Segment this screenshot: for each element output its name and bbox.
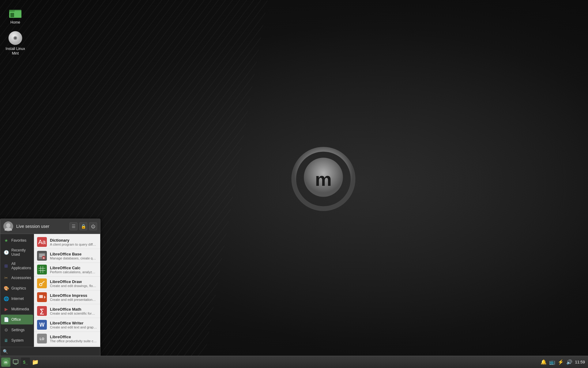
svg-point-11	[6, 223, 10, 228]
home-folder-icon	[8, 4, 23, 19]
svg-rect-6	[10, 13, 14, 17]
sidebar-item-all-applications[interactable]: ⊞ All Applications	[1, 259, 33, 272]
svg-text:LO: LO	[40, 337, 44, 341]
sidebar-item-system[interactable]: 🖥 System	[1, 335, 33, 345]
install-icon-label: Install Linux Mint	[6, 47, 25, 56]
sidebar-item-favorites[interactable]: ★ Favorites	[1, 236, 33, 245]
dictionary-icon: Aa	[37, 237, 47, 247]
libreoffice-math-icon: ∑	[37, 306, 47, 316]
app-libreoffice-base[interactable]: B LibreOffice Base Manage databases, cre…	[34, 249, 100, 263]
recently-used-icon: 🕐	[3, 250, 9, 255]
taskbar-left: m $_ 📁	[0, 358, 41, 367]
libreoffice-writer-info: LibreOffice Writer Create and edit text …	[50, 321, 97, 329]
libreoffice-calc-icon	[37, 265, 47, 274]
menu-content: Aa Dictionary A client program to query …	[34, 234, 100, 347]
libreoffice-icon: LO	[37, 334, 47, 343]
libreoffice-writer-icon: W	[37, 320, 47, 330]
app-libreoffice-calc[interactable]: LibreOffice Calc Perform calculations, a…	[34, 263, 100, 277]
sidebar-item-recently-used[interactable]: 🕐 Recently Used	[1, 246, 33, 259]
sidebar-item-office[interactable]: 📄 Office	[1, 315, 33, 324]
svg-rect-14	[39, 254, 45, 255]
desktop-icons: Home Install Linux Mint	[3, 3, 28, 57]
desktop: m Home	[0, 0, 588, 368]
app-libreoffice-impress[interactable]: LibreOffice Impress Create and edit pres…	[34, 290, 100, 304]
libreoffice-base-info: LibreOffice Base Manage databases, creat…	[50, 252, 97, 260]
multimedia-label: Multimedia	[11, 307, 29, 311]
mint-logo: m	[290, 144, 357, 211]
menu-search: 🔍	[0, 347, 100, 356]
accessories-label: Accessories	[11, 276, 31, 280]
sidebar-item-multimedia[interactable]: ▶ Multimedia	[1, 304, 33, 314]
taskbar-terminal[interactable]: $_	[21, 358, 30, 367]
libreoffice-draw-name: LibreOffice Draw	[50, 279, 97, 284]
search-icon: 🔍	[3, 349, 8, 354]
app-libreoffice[interactable]: LO LibreOffice The office productivity s…	[34, 332, 100, 346]
settings-icon: ⚙	[3, 327, 9, 333]
taskbar-right: 🔔 📺 ⚡ 🔊 11:59	[537, 359, 588, 365]
libreoffice-draw-icon	[37, 278, 47, 288]
system-icon: 🖥	[3, 338, 9, 343]
libreoffice-desc: The office productivity suite compatible…	[50, 339, 97, 343]
sidebar-item-internet[interactable]: 🌐 Internet	[1, 294, 33, 304]
lock-button[interactable]: 🔒	[79, 222, 87, 230]
libreoffice-calc-desc: Perform calculations, analyze informatio…	[50, 270, 97, 274]
taskbar: m $_ 📁 🔔 📺 ⚡ 🔊 11:59	[0, 356, 588, 368]
libreoffice-base-name: LibreOffice Base	[50, 252, 97, 256]
dictionary-name: Dictionary	[50, 238, 97, 243]
svg-text:m: m	[4, 360, 7, 364]
sidebar-item-settings[interactable]: ⚙ Settings	[1, 325, 33, 335]
start-menu: Live session user ☰ 🔒 ⏻ ★ Favorites 🕐 Re…	[0, 219, 100, 356]
svg-text:m: m	[315, 169, 332, 190]
dictionary-info: Dictionary A client program to query dif…	[50, 238, 97, 246]
svg-rect-34	[13, 360, 18, 363]
svg-rect-5	[9, 10, 15, 12]
logout-button[interactable]: ⏻	[89, 222, 97, 230]
svg-rect-19	[39, 266, 45, 273]
svg-rect-28	[39, 295, 43, 298]
system-label: System	[11, 338, 24, 343]
clock: 11:59	[575, 360, 585, 364]
power-icon[interactable]: ⚡	[558, 359, 564, 365]
display-icon[interactable]: 📺	[549, 359, 555, 365]
taskbar-mint-button[interactable]: m	[1, 358, 10, 367]
app-libreoffice-writer[interactable]: W LibreOffice Writer Create and edit tex…	[34, 318, 100, 332]
taskbar-files[interactable]: 📁	[31, 358, 40, 367]
sidebar-item-graphics[interactable]: 🎨 Graphics	[1, 283, 33, 293]
favorites-label: Favorites	[11, 238, 26, 243]
accessories-icon: ✂	[3, 275, 9, 281]
menu-sidebar: ★ Favorites 🕐 Recently Used ⊞ All Applic…	[0, 234, 34, 347]
search-input[interactable]	[10, 349, 98, 354]
app-libreoffice-math[interactable]: ∑ LibreOffice Math Create and edit scien…	[34, 304, 100, 318]
libreoffice-writer-name: LibreOffice Writer	[50, 321, 97, 325]
multimedia-icon: ▶	[3, 306, 9, 312]
taskbar-show-desktop[interactable]	[11, 358, 20, 367]
recently-used-label: Recently Used	[11, 248, 31, 257]
libreoffice-info: LibreOffice The office productivity suit…	[50, 335, 97, 343]
svg-rect-35	[14, 364, 17, 365]
desktop-icon-install[interactable]: Install Linux Mint	[3, 29, 28, 57]
notification-icon[interactable]: 🔔	[541, 359, 547, 365]
libreoffice-name: LibreOffice	[50, 335, 97, 339]
volume-icon[interactable]: 🔊	[566, 359, 572, 365]
install-disc-icon	[8, 31, 23, 45]
app-libreoffice-draw[interactable]: LibreOffice Draw Create and edit drawing…	[34, 277, 100, 290]
username-label: Live session user	[16, 224, 66, 229]
files-button[interactable]: ☰	[70, 222, 77, 230]
app-dictionary[interactable]: Aa Dictionary A client program to query …	[34, 235, 100, 249]
libreoffice-base-desc: Manage databases, create queries and r..…	[50, 256, 97, 260]
menu-header: Live session user ☰ 🔒 ⏻	[0, 219, 100, 234]
desktop-icon-home[interactable]: Home	[3, 3, 28, 26]
dictionary-desc: A client program to query different dict…	[50, 243, 97, 246]
menu-body: ★ Favorites 🕐 Recently Used ⊞ All Applic…	[0, 234, 100, 347]
sidebar-item-accessories[interactable]: ✂ Accessories	[1, 273, 33, 283]
graphics-icon: 🎨	[3, 286, 9, 291]
libreoffice-impress-desc: Create and edit presentations for slides…	[50, 298, 97, 301]
settings-label: Settings	[11, 328, 24, 332]
all-applications-icon: ⊞	[3, 263, 9, 269]
libreoffice-impress-info: LibreOffice Impress Create and edit pres…	[50, 293, 97, 301]
libreoffice-math-info: LibreOffice Math Create and edit scienti…	[50, 307, 97, 315]
internet-icon: 🌐	[3, 296, 9, 301]
home-icon-label: Home	[10, 20, 20, 25]
header-actions: ☰ 🔒 ⏻	[70, 222, 97, 230]
svg-text:B: B	[43, 257, 45, 259]
